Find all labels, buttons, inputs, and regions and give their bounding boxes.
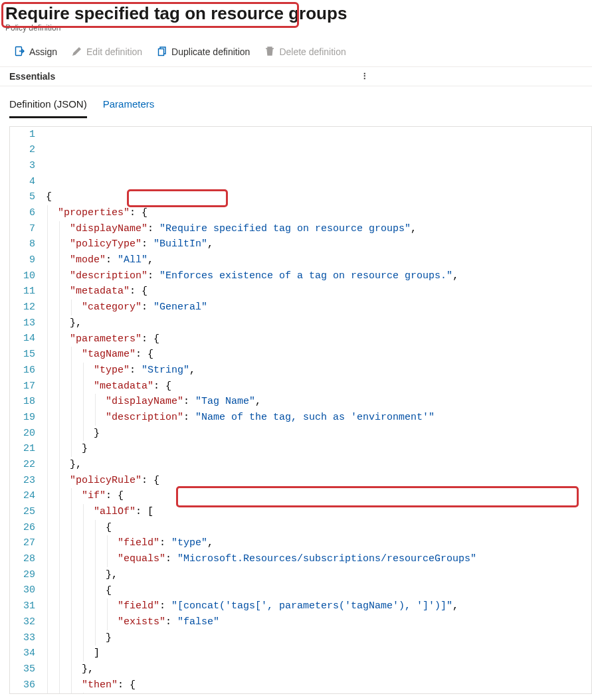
assign-label: Assign — [29, 46, 57, 57]
line-number-gutter: 1234567891011121314151617181920212223242… — [10, 127, 42, 693]
trash-icon — [264, 46, 275, 58]
code-line: "description": "Enforces existence of a … — [46, 268, 591, 284]
json-editor-container: 1234567891011121314151617181920212223242… — [0, 118, 592, 694]
edit-label: Edit definition — [86, 46, 142, 57]
json-editor[interactable]: 1234567891011121314151617181920212223242… — [9, 126, 592, 694]
code-line: "field": "type", — [46, 535, 591, 551]
code-line: { — [46, 189, 591, 205]
code-line: "metadata": { — [46, 379, 591, 394]
code-line: "then": { — [46, 677, 591, 693]
duplicate-icon — [157, 46, 167, 58]
duplicate-definition-button[interactable]: Duplicate definition — [150, 43, 256, 61]
tab-parameters[interactable]: Parameters — [103, 93, 155, 118]
page-title: Require specified tag on resource groups — [5, 3, 587, 25]
code-line: "metadata": { — [46, 284, 591, 300]
delete-label: Delete definition — [279, 46, 345, 57]
code-line: "mode": "All", — [46, 252, 591, 268]
code-line: "displayName": "Require specified tag on… — [46, 221, 591, 237]
code-line: "if": { — [46, 488, 591, 504]
code-line: { — [46, 520, 591, 536]
tab-definition-json[interactable]: Definition (JSON) — [9, 93, 87, 118]
essentials-section[interactable]: Essentials ︙ — [0, 67, 592, 86]
page-header: Require specified tag on resource groups… — [0, 0, 592, 34]
svg-rect-1 — [159, 48, 164, 55]
code-line: }, — [46, 567, 591, 583]
code-line: "equals": "Microsoft.Resources/subscript… — [46, 551, 591, 567]
pencil-icon — [72, 46, 82, 58]
chevron-double-down-icon: ︙ — [361, 72, 369, 81]
edit-definition-button: Edit definition — [65, 43, 149, 61]
code-line: "parameters": { — [46, 331, 591, 347]
code-line: "effect": "deny" — [46, 693, 591, 693]
code-line: "description": "Name of the tag, such as… — [46, 410, 591, 426]
code-line: "field": "[concat('tags[', parameters('t… — [46, 598, 591, 614]
code-line: "category": "General" — [46, 300, 591, 315]
code-area[interactable]: {"properties": {"displayName": "Require … — [42, 127, 591, 693]
code-line: }, — [46, 315, 591, 331]
code-line: "tagName": { — [46, 347, 591, 363]
page-subtitle: Policy definition — [5, 23, 587, 33]
code-line: } — [46, 426, 591, 442]
code-line: "policyType": "BuiltIn", — [46, 236, 591, 252]
code-line: "policyRule": { — [46, 473, 591, 489]
code-line: "properties": { — [46, 205, 591, 221]
delete-definition-button: Delete definition — [258, 43, 352, 61]
essentials-label: Essentials — [9, 71, 55, 82]
code-line: }, — [46, 457, 591, 473]
code-line: } — [46, 441, 591, 457]
tabs: Definition (JSON) Parameters — [0, 93, 592, 118]
code-line: { — [46, 583, 591, 599]
code-line: }, — [46, 661, 591, 677]
code-line: } — [46, 630, 591, 646]
code-line: "type": "String", — [46, 363, 591, 379]
code-line: "allOf": [ — [46, 504, 591, 520]
assign-button[interactable]: Assign — [8, 43, 64, 61]
code-line: "exists": "false" — [46, 614, 591, 630]
toolbar: Assign Edit definition Duplicate definit… — [0, 38, 592, 67]
code-line: "displayName": "Tag Name", — [46, 394, 591, 410]
code-line: ] — [46, 646, 591, 661]
assign-icon — [15, 46, 25, 58]
duplicate-label: Duplicate definition — [171, 46, 250, 57]
